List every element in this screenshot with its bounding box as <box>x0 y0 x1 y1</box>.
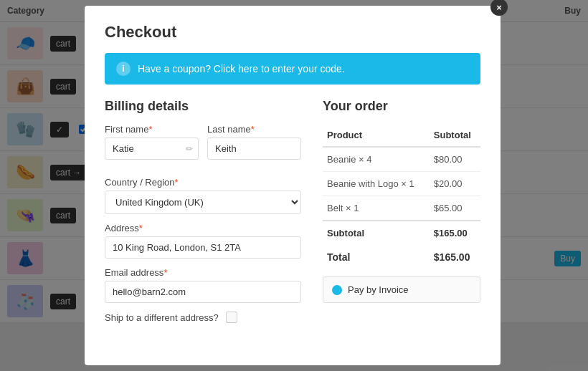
item-price: $80.00 <box>430 147 480 172</box>
email-group: Email address* <box>105 267 301 303</box>
total-value: $165.00 <box>430 245 480 269</box>
order-item-row: Beanie × 4 $80.00 <box>323 147 480 172</box>
country-label: Country / Region* <box>105 177 301 188</box>
order-item-row: Beanie with Logo × 1 $20.00 <box>323 172 480 196</box>
last-name-group: Last name* <box>207 124 301 160</box>
total-label: Total <box>323 245 430 269</box>
required-star: * <box>251 124 255 135</box>
order-section: Your order Product Subtotal Beanie × 4 $… <box>323 99 480 323</box>
country-select[interactable]: United Kingdom (UK) <box>105 191 301 214</box>
modal-title: Checkout <box>105 23 480 42</box>
item-price: $65.00 <box>430 196 480 221</box>
country-group: Country / Region* United Kingdom (UK) <box>105 177 301 214</box>
item-price: $20.00 <box>430 172 480 196</box>
first-name-input[interactable] <box>105 138 199 160</box>
coupon-text: Have a coupon? Click here to enter your … <box>138 63 345 74</box>
order-table: Product Subtotal Beanie × 4 $80.00 Beani… <box>323 124 480 269</box>
subtotal-value: $165.00 <box>430 221 480 245</box>
pay-invoice-option[interactable]: Pay by Invoice <box>323 276 480 303</box>
billing-title: Billing details <box>105 99 301 114</box>
address-label: Address* <box>105 223 301 233</box>
pay-invoice-dot <box>332 285 342 295</box>
item-name: Beanie with Logo × 1 <box>323 172 430 196</box>
email-input[interactable] <box>105 281 301 303</box>
ship-label: Ship to a different address? <box>105 312 219 323</box>
required-star: * <box>139 223 143 233</box>
coupon-banner[interactable]: i Have a coupon? Click here to enter you… <box>105 53 480 85</box>
ship-checkbox[interactable] <box>226 312 237 323</box>
required-star: * <box>163 267 167 278</box>
item-name: Beanie × 4 <box>323 147 430 172</box>
required-star: * <box>175 177 179 188</box>
last-name-label: Last name* <box>207 124 301 135</box>
email-label: Email address* <box>105 267 301 278</box>
subtotal-label: Subtotal <box>323 221 430 245</box>
pay-invoice-label: Pay by Invoice <box>348 284 409 295</box>
last-name-input[interactable] <box>207 138 301 160</box>
address-input[interactable] <box>105 236 301 259</box>
billing-section: Billing details First name* ✏ Last name* <box>105 99 301 323</box>
col-subtotal-header: Subtotal <box>430 124 480 147</box>
ship-row: Ship to a different address? <box>105 312 301 323</box>
name-row: First name* ✏ Last name* <box>105 124 301 168</box>
order-title: Your order <box>323 99 480 114</box>
order-item-row: Belt × 1 $65.00 <box>323 196 480 221</box>
first-name-input-wrapper: ✏ <box>105 138 199 160</box>
item-name: Belt × 1 <box>323 196 430 221</box>
input-edit-icon: ✏ <box>186 144 193 154</box>
required-star: * <box>148 124 152 135</box>
checkout-modal: × Checkout i Have a coupon? Click here t… <box>85 6 501 365</box>
checkout-body: Billing details First name* ✏ Last name* <box>105 99 480 323</box>
first-name-label: First name* <box>105 124 199 135</box>
coupon-info-icon: i <box>116 62 131 76</box>
first-name-group: First name* ✏ <box>105 124 199 160</box>
address-group: Address* <box>105 223 301 259</box>
col-product-header: Product <box>323 124 430 147</box>
